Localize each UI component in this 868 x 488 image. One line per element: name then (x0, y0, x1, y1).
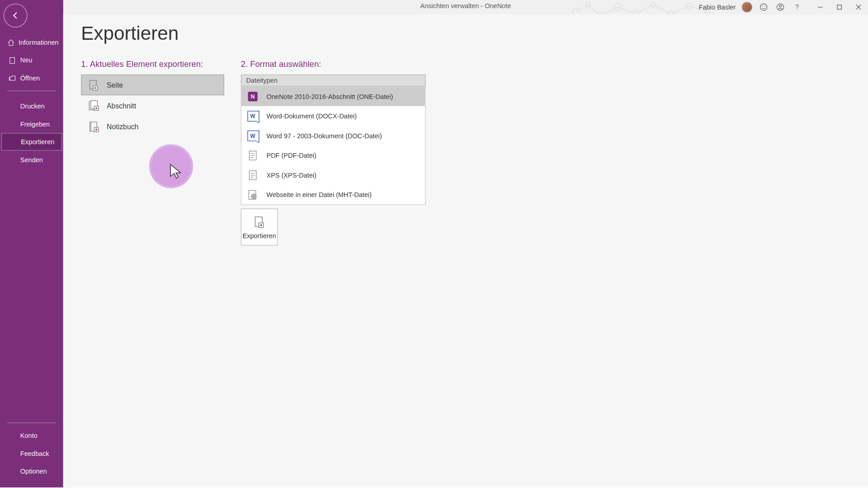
back-button[interactable] (4, 4, 28, 28)
sidebar: Informationen Neu Öffnen Drucken Freigeb… (0, 0, 63, 488)
export-element-label: Abschnitt (107, 102, 136, 110)
export-button[interactable]: Exportieren (241, 209, 278, 246)
emoji-icon[interactable] (758, 2, 769, 13)
format-word-docx[interactable]: W Word-Dokument (DOCX-Datei) (241, 106, 425, 126)
sidebar-item-label: Drucken (20, 103, 45, 110)
svg-line-12 (618, 7, 636, 13)
page-icon (86, 78, 101, 92)
format-mht[interactable]: Webseite in einer Datei (MHT-Datei) (241, 185, 425, 205)
sidebar-item-label: Konto (20, 432, 38, 439)
format-word-doc[interactable]: W Word 97 - 2003-Dokument (DOC-Datei) (241, 126, 425, 145)
svg-point-7 (686, 3, 692, 9)
export-element-label: Notizbuch (107, 122, 138, 131)
word-icon: W (246, 129, 259, 142)
format-group-header: Dateitypen (241, 75, 426, 86)
export-element-seite[interactable]: Seite (81, 75, 224, 95)
export-button-label: Exportieren (243, 232, 276, 239)
close-button[interactable] (849, 0, 868, 14)
svg-line-15 (671, 6, 689, 14)
window-title: Ansichten verwalten - OneNote (420, 2, 511, 9)
format-label: OneNote 2010-2016-Abschnitt (ONE-Datei) (266, 93, 393, 100)
content-area: Exportieren 1. Aktuelles Element exporti… (63, 14, 868, 488)
svg-point-3 (614, 4, 621, 11)
format-label: Word-Dokument (DOCX-Datei) (266, 113, 357, 120)
word-icon: W (246, 109, 259, 122)
svg-line-9 (576, 5, 588, 12)
format-onenote[interactable]: N OneNote 2010-2016-Abschnitt (ONE-Datei… (241, 86, 425, 106)
format-xps[interactable]: XPS (XPS-Datei) (241, 165, 425, 185)
sidebar-item-senden[interactable]: Senden (0, 151, 63, 169)
sidebar-item-oeffnen[interactable]: Öffnen (0, 69, 63, 87)
svg-point-5 (651, 2, 656, 7)
svg-line-13 (636, 5, 654, 13)
onenote-icon: N (246, 89, 259, 103)
sidebar-item-label: Feedback (20, 450, 49, 457)
format-list: N OneNote 2010-2016-Abschnitt (ONE-Datei… (241, 86, 426, 205)
minimize-button[interactable] (811, 0, 830, 14)
format-pdf[interactable]: PDF (PDF-Datei) (241, 145, 425, 165)
sidebar-item-feedback[interactable]: Feedback (0, 445, 63, 463)
sidebar-item-label: Öffnen (20, 75, 40, 82)
export-element-label: Seite (107, 81, 123, 89)
notebook-icon (86, 119, 101, 134)
svg-point-1 (585, 2, 590, 7)
sidebar-item-label: Informationen (19, 39, 59, 46)
sidebar-item-exportieren[interactable]: Exportieren (1, 133, 62, 151)
home-icon (7, 38, 15, 47)
svg-point-19 (764, 6, 765, 7)
format-label: Word 97 - 2003-Dokument (DOC-Datei) (266, 132, 382, 139)
separator (7, 90, 56, 91)
svg-point-18 (762, 6, 763, 7)
maximize-button[interactable] (830, 0, 849, 14)
svg-line-14 (653, 5, 671, 14)
folder-open-icon (7, 73, 17, 83)
svg-point-21 (779, 5, 782, 7)
format-label: Webseite in einer Datei (MHT-Datei) (266, 191, 372, 198)
sidebar-item-drucken[interactable]: Drucken (0, 97, 63, 115)
page-title: Exportieren (81, 23, 850, 45)
export-element-notizbuch[interactable]: Notizbuch (81, 116, 224, 137)
sidebar-item-label: Exportieren (21, 138, 54, 145)
step1-heading: 1. Aktuelles Element exportieren: (81, 59, 224, 69)
page-icon (246, 149, 259, 162)
format-label: PDF (PDF-Datei) (266, 152, 316, 159)
sidebar-item-label: Optionen (20, 468, 47, 475)
sidebar-item-label: Neu (20, 56, 33, 64)
svg-text:?: ? (795, 3, 799, 10)
svg-rect-27 (9, 57, 14, 63)
format-label: XPS (XPS-Datei) (266, 171, 316, 178)
separator (7, 422, 56, 423)
sidebar-item-label: Freigeben (20, 120, 50, 127)
svg-rect-24 (837, 5, 841, 9)
sidebar-item-freigeben[interactable]: Freigeben (0, 115, 63, 133)
page-icon (246, 169, 259, 182)
help-icon[interactable]: ? (792, 2, 802, 13)
section-icon (86, 99, 101, 113)
web-icon (246, 188, 259, 201)
avatar[interactable] (741, 2, 752, 13)
sidebar-item-label: Senden (20, 156, 43, 163)
export-icon (251, 215, 267, 230)
step2-heading: 2. Format auswählen: (241, 59, 426, 69)
sidebar-item-optionen[interactable]: Optionen (0, 462, 63, 480)
user-name[interactable]: Fabio Basler (699, 4, 736, 11)
sidebar-item-neu[interactable]: Neu (0, 51, 63, 69)
sidebar-item-informationen[interactable]: Informationen (0, 33, 63, 52)
svg-point-17 (760, 4, 767, 10)
export-element-abschnitt[interactable]: Abschnitt (81, 95, 224, 116)
document-icon (7, 56, 17, 65)
sidebar-item-konto[interactable]: Konto (0, 427, 63, 445)
account-icon[interactable] (775, 2, 786, 13)
titlebar: Ansichten verwalten - OneNote Fabio Basl… (63, 0, 868, 14)
